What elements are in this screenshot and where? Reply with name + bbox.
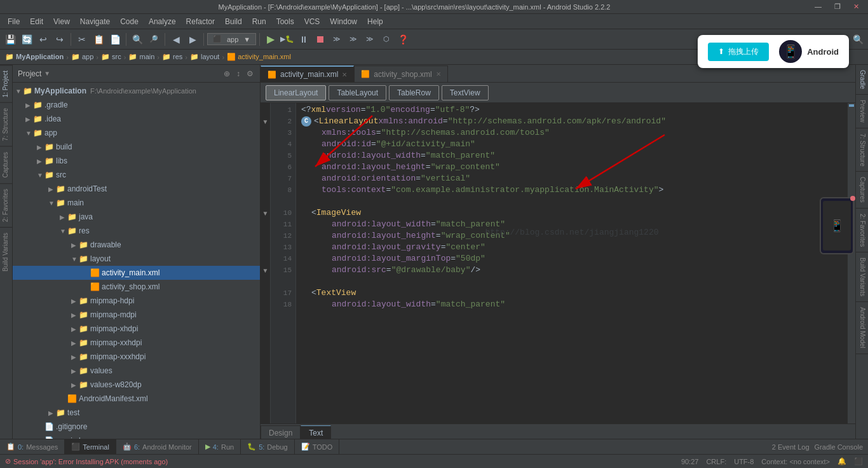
tree-item-mipmap-hdpi[interactable]: ▶ 📁 mipmap-hdpi	[13, 294, 260, 308]
project-action-sync[interactable]: ↕	[235, 68, 241, 79]
bc-app[interactable]: 📁 app	[71, 53, 93, 61]
toolbar-btn-find[interactable]: 🔍	[130, 32, 145, 47]
android-upload-btn[interactable]: ⬆ 拖拽上传	[708, 43, 769, 61]
btab-android-monitor[interactable]: 🤖 6: Android Monitor	[116, 439, 199, 455]
toolbar-btn-cut[interactable]: ✂	[74, 32, 90, 47]
tree-item-main[interactable]: ▼ 📁 main	[13, 196, 260, 210]
vtab-build-variants[interactable]: Build Variants	[0, 227, 12, 277]
app-selector[interactable]: ⬛app▼	[207, 33, 256, 45]
event-log-btn[interactable]: 2 Event Log	[772, 443, 810, 451]
bc-layout[interactable]: 📁 layout	[190, 53, 219, 61]
etab-activity-main[interactable]: 🟧 activity_main.xml ✕	[261, 65, 354, 82]
tree-item-gitignore[interactable]: 📄 .gitignore	[13, 420, 260, 434]
toolbar-btn-more2[interactable]: ≫	[346, 32, 361, 47]
tree-item-build[interactable]: ▶ 📁 build	[13, 140, 260, 154]
bc-src[interactable]: 📁 src	[101, 53, 121, 61]
minimize-btn[interactable]: —	[811, 3, 825, 11]
vtab-favorites[interactable]: 2: Favorites	[0, 183, 12, 227]
tree-item-java[interactable]: ▶ 📁 java	[13, 210, 260, 224]
bc-myapp[interactable]: 📁 MyApplication	[5, 53, 64, 61]
bc-res[interactable]: 📁 res	[162, 53, 182, 61]
toolbar-btn-find2[interactable]: 🔎	[146, 32, 161, 47]
menu-build[interactable]: Build	[220, 16, 247, 27]
toolbar-btn-more3[interactable]: ≫	[362, 32, 377, 47]
tree-item-libs[interactable]: ▶ 📁 libs	[13, 154, 260, 168]
toolbar-btn-undo[interactable]: ↩	[36, 32, 51, 47]
tree-item-app[interactable]: ▼ 📁 app	[13, 126, 260, 140]
vtab-structure[interactable]: 7: Structure	[0, 102, 12, 146]
menu-navigate[interactable]: Navigate	[75, 16, 115, 27]
toolbar-btn-save[interactable]: 💾	[3, 32, 18, 47]
tree-item-activity-main[interactable]: 🟧 activity_main.xml	[13, 266, 260, 280]
menu-tools[interactable]: Tools	[271, 16, 299, 27]
tree-item-drawable[interactable]: ▶ 📁 drawable	[13, 238, 260, 252]
tree-item-values-w820dp[interactable]: ▶ 📁 values-w820dp	[13, 378, 260, 392]
toolbar-btn-stop-bg[interactable]: ⏸	[296, 32, 311, 47]
tree-item-test[interactable]: ▶ 📁 test	[13, 406, 260, 420]
toolbar-btn-debug-run[interactable]: ▶🐛	[280, 32, 295, 47]
menu-edit[interactable]: Edit	[25, 16, 48, 27]
ltab-textview[interactable]: TextView	[442, 85, 489, 100]
project-action-plus[interactable]: ⊕	[222, 68, 231, 79]
tree-item-src[interactable]: ▼ 📁 src	[13, 168, 260, 182]
btab-todo[interactable]: 📝 TODO	[295, 439, 340, 455]
rtab-android-model[interactable]: Android Model	[856, 302, 868, 354]
menu-refactor[interactable]: Refactor	[181, 16, 220, 27]
toolbar-btn-help[interactable]: ❓	[395, 32, 410, 47]
design-tab[interactable]: Design	[261, 425, 301, 439]
ltab-linearlayout[interactable]: LinearLayout	[266, 85, 326, 100]
tree-item-values[interactable]: ▶ 📁 values	[13, 364, 260, 378]
gradle-console-btn[interactable]: Gradle Console	[815, 443, 863, 451]
tree-item-activity-shop[interactable]: 🟧 activity_shop.xml	[13, 280, 260, 294]
rtab-captures[interactable]: Captures	[856, 172, 868, 209]
code-content[interactable]: http://blog.csdn.net/jiangjiang1220	[296, 103, 848, 423]
rtab-favorites[interactable]: 2: Favorites	[856, 209, 868, 252]
rtab-preview[interactable]: Preview	[856, 95, 868, 128]
vtab-project[interactable]: 1: Project	[0, 65, 12, 102]
tree-item-gradle[interactable]: ▶ 📁 .gradle	[13, 98, 260, 112]
etab-close-main[interactable]: ✕	[342, 71, 347, 78]
toolbar-btn-search[interactable]: 🔍	[850, 32, 865, 47]
fold-btn-1[interactable]: ▼	[262, 118, 269, 125]
btab-run[interactable]: ▶ 4: Run	[199, 439, 241, 455]
menu-vcs[interactable]: VCS	[299, 16, 325, 27]
btab-messages[interactable]: 📋 0: Messages	[0, 439, 65, 455]
toolbar-btn-sync[interactable]: 🔄	[19, 32, 34, 47]
fold-btn-3[interactable]: ▼	[262, 267, 269, 274]
text-tab[interactable]: Text	[301, 425, 331, 439]
vtab-captures[interactable]: Captures	[0, 146, 12, 183]
tree-item-res[interactable]: ▼ 📁 res	[13, 224, 260, 238]
tree-item-mipmap-mdpi[interactable]: ▶ 📁 mipmap-mdpi	[13, 308, 260, 322]
toolbar-btn-more1[interactable]: ≫	[329, 32, 344, 47]
etab-activity-shop[interactable]: 🟧 activity_shop.xml ✕	[354, 65, 447, 82]
toolbar-btn-more4[interactable]: ⬡	[379, 32, 394, 47]
menu-run[interactable]: Run	[247, 16, 271, 27]
ltab-tablerow[interactable]: TableRow	[389, 85, 439, 100]
bc-main[interactable]: 📁 main	[128, 53, 154, 61]
toolbar-btn-run[interactable]: ▶	[263, 32, 278, 47]
rtab-structure[interactable]: 7: Structure	[856, 128, 868, 172]
btab-debug[interactable]: 🐛 5: Debug	[241, 439, 295, 455]
tree-item-myapp[interactable]: ▼ 📁 MyApplication F:\Android\example\MyA…	[13, 84, 260, 98]
toolbar-btn-redo[interactable]: ↪	[52, 32, 67, 47]
rtab-build-variants[interactable]: Build Variants	[856, 252, 868, 302]
menu-analyze[interactable]: Analyze	[144, 16, 181, 27]
close-btn[interactable]: ✕	[850, 3, 863, 11]
maximize-btn[interactable]: ❐	[831, 3, 844, 11]
tree-item-appiml[interactable]: 📄 app.iml	[13, 434, 260, 439]
toolbar-btn-copy[interactable]: 📋	[91, 32, 106, 47]
project-action-gear[interactable]: ⚙	[245, 68, 255, 79]
tree-item-mipmap-xhdpi[interactable]: ▶ 📁 mipmap-xhdpi	[13, 322, 260, 336]
toolbar-btn-nav-back[interactable]: ◀	[168, 32, 184, 47]
toolbar-btn-nav-fwd[interactable]: ▶	[185, 32, 200, 47]
bc-file[interactable]: 🟧 activity_main.xml	[227, 53, 291, 61]
menu-code[interactable]: Code	[115, 16, 144, 27]
tree-item-idea[interactable]: ▶ 📁 .idea	[13, 112, 260, 126]
tree-item-layout[interactable]: ▼ 📁 layout	[13, 252, 260, 266]
menu-file[interactable]: File	[3, 16, 25, 27]
etab-close-shop[interactable]: ✕	[436, 71, 441, 78]
ltab-tablelayout[interactable]: TableLayout	[329, 85, 386, 100]
tree-item-mipmap-xxhdpi[interactable]: ▶ 📁 mipmap-xxhdpi	[13, 336, 260, 350]
project-dropdown[interactable]: Project ▼	[18, 69, 50, 78]
toolbar-btn-stop[interactable]: ⏹	[313, 32, 328, 47]
